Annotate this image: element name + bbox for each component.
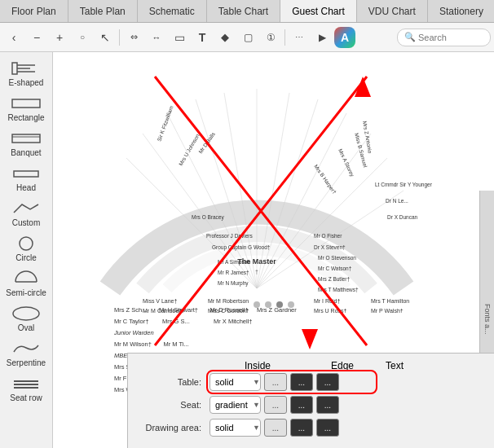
- measure-tool-button[interactable]: ⇔: [123, 27, 144, 48]
- sidebar-label-custom: Custom: [12, 218, 40, 227]
- select-tool-button[interactable]: ↖: [95, 27, 116, 48]
- svg-rect-4: [12, 99, 40, 108]
- sidebar-label-semi-circle: Semi-circle: [6, 288, 46, 297]
- zoom-actual-button[interactable]: ○: [72, 27, 93, 48]
- svg-text:Mr O Fisher: Mr O Fisher: [314, 233, 342, 239]
- rectangle-tool-button[interactable]: ▭: [169, 27, 190, 48]
- sidebar-item-serpentine[interactable]: Serpentine: [2, 337, 51, 371]
- seat-inside-select-wrapper: gradient solid none ▼: [210, 396, 261, 414]
- tab-table-chart[interactable]: Table Chart: [207, 0, 280, 22]
- tab-guest-chart[interactable]: Guest Chart: [280, 0, 357, 22]
- drawing-inside-dots-btn[interactable]: ...: [264, 419, 287, 437]
- svg-text:Dr N Le...: Dr N Le...: [386, 198, 408, 204]
- rectangle-shape: [10, 95, 42, 112]
- svg-text:Lt Cmmdr Sir Y Younger: Lt Cmmdr Sir Y Younger: [375, 182, 433, 188]
- drawing-area-row-label: Drawing area:: [146, 423, 201, 433]
- zoom-in-button[interactable]: +: [49, 27, 70, 48]
- svg-rect-0: [12, 63, 17, 74]
- seat-row-label: Seat:: [180, 400, 201, 410]
- svg-text:Mrs U Ross†: Mrs U Ross†: [314, 308, 347, 313]
- sidebar-item-seat-row[interactable]: Seat row: [2, 372, 51, 406]
- banquet-shape: [10, 130, 42, 147]
- sidebar-item-e-shaped[interactable]: E-shaped: [2, 57, 51, 90]
- panel-column-headers: Inside Edge Text: [138, 360, 484, 371]
- svg-rect-7: [14, 171, 38, 177]
- tab-table-plan[interactable]: Table Plan: [68, 0, 138, 22]
- svg-text:Mrs T Hamilton: Mrs T Hamilton: [371, 298, 409, 304]
- sidebar: E-shaped Rectangle Banquet He: [0, 52, 53, 448]
- table-inside-select-wrapper: solid gradient none ▼: [210, 373, 261, 391]
- back-button[interactable]: ‹: [3, 27, 24, 48]
- tab-vdu-chart[interactable]: VDU Chart: [357, 0, 428, 22]
- canvas-area: The Master † Mrs U Johnson Sir K Fitzwil…: [53, 52, 494, 448]
- sidebar-item-circle[interactable]: Circle: [2, 232, 51, 266]
- col-header-text: Text: [386, 360, 404, 371]
- svg-text:Mr A Simpson: Mr A Simpson: [218, 259, 250, 266]
- a-icon-button[interactable]: A: [334, 27, 355, 48]
- pagination-dots: [254, 301, 294, 308]
- svg-text:Dr X Steven†: Dr X Steven†: [314, 244, 346, 250]
- separator-1: [119, 29, 120, 46]
- page-dot-1[interactable]: [254, 301, 260, 308]
- table-text-dots-icon: ...: [324, 378, 331, 387]
- table-inside-dots-btn[interactable]: ...: [264, 373, 287, 391]
- seat-inside-dots-btn[interactable]: ...: [264, 396, 287, 414]
- table-text-dots-btn[interactable]: ...: [316, 373, 339, 391]
- svg-text:Mr P Walsh†: Mr P Walsh†: [371, 308, 404, 313]
- drawing-text-dots-btn[interactable]: ...: [316, 419, 339, 437]
- svg-text:Sir K Fitzwilliam: Sir K Fitzwilliam: [156, 105, 174, 143]
- svg-text:Mrs A Storey: Mrs A Storey: [337, 147, 355, 178]
- serpentine-shape: [10, 340, 42, 357]
- pan-tool-button[interactable]: ↔: [146, 27, 167, 48]
- tab-stationery[interactable]: Stationery: [428, 0, 494, 22]
- sidebar-item-head[interactable]: Head: [2, 162, 51, 195]
- sidebar-item-oval[interactable]: Oval: [2, 302, 51, 336]
- svg-point-10: [13, 307, 39, 320]
- seat-edge-dots-icon: ...: [298, 401, 305, 410]
- tab-floor-plan[interactable]: Floor Plan: [0, 0, 68, 22]
- search-input[interactable]: [418, 33, 483, 42]
- select-arrow-1: ▼: [253, 378, 260, 386]
- sidebar-item-banquet[interactable]: Banquet: [2, 127, 51, 160]
- svg-text:Mr I Reid†: Mr I Reid†: [314, 298, 340, 304]
- sidebar-item-custom[interactable]: Custom: [2, 197, 51, 231]
- svg-text:Mrs O Bracey: Mrs O Bracey: [192, 214, 224, 221]
- search-icon: 🔍: [404, 32, 416, 42]
- col-header-inside: Inside: [245, 360, 271, 371]
- zoom-out-button[interactable]: −: [26, 27, 47, 48]
- sidebar-label-seat-row: Seat row: [10, 393, 42, 402]
- sidebar-item-semi-circle[interactable]: Semi-circle: [2, 267, 51, 301]
- sidebar-label-e-shaped: E-shaped: [9, 78, 44, 87]
- seat-edge-dots-btn[interactable]: ...: [290, 396, 313, 414]
- svg-text:Mr R James†: Mr R James†: [218, 270, 249, 275]
- shape-tool-button[interactable]: ◆: [214, 27, 236, 48]
- drawing-area-row-panel: Drawing area: solid gradient none ▼ ...: [138, 419, 484, 437]
- seat-inside-dots-icon: ...: [272, 401, 279, 410]
- tab-schematic[interactable]: Schematic: [138, 0, 207, 22]
- dots-grid-button[interactable]: ⋯: [289, 27, 310, 48]
- image-tool-button[interactable]: ▢: [237, 27, 258, 48]
- table-edge-dots-btn[interactable]: ...: [290, 373, 313, 391]
- svg-text:Mrs U Johnson: Mrs U Johnson: [178, 133, 201, 167]
- page-dot-3[interactable]: [276, 301, 283, 308]
- chart-svg: The Master † Mrs U Johnson Sir K Fitzwil…: [61, 60, 452, 313]
- svg-text:Mr O Stevenson: Mr O Stevenson: [318, 255, 356, 261]
- number-badge-button[interactable]: ①: [260, 27, 281, 48]
- drawing-edge-dots-btn[interactable]: ...: [290, 419, 313, 437]
- drawing-area-inside-select-wrapper: solid gradient none ▼: [210, 419, 261, 437]
- svg-text:†: †: [255, 269, 258, 275]
- sidebar-item-rectangle[interactable]: Rectangle: [2, 92, 51, 125]
- page-dot-2[interactable]: [265, 301, 271, 308]
- col-header-edge: Edge: [331, 360, 354, 371]
- main-layout: E-shaped Rectangle Banquet He: [0, 52, 494, 448]
- svg-text:Mrs T Matthews†: Mrs T Matthews†: [318, 287, 359, 292]
- svg-text:Group Captain G Wood†: Group Captain G Wood†: [212, 244, 271, 251]
- seat-text-dots-btn[interactable]: ...: [316, 396, 339, 414]
- sidebar-label-serpentine: Serpentine: [7, 358, 46, 367]
- bottom-panel: Inside Edge Text Table:: [127, 353, 494, 448]
- play-button[interactable]: ▶: [311, 27, 333, 48]
- text-tool-button[interactable]: T: [192, 27, 213, 48]
- page-dot-4[interactable]: [288, 301, 294, 308]
- svg-text:Miss V Lane†: Miss V Lane†: [143, 298, 178, 304]
- svg-text:Dr X Duncan: Dr X Duncan: [387, 214, 418, 220]
